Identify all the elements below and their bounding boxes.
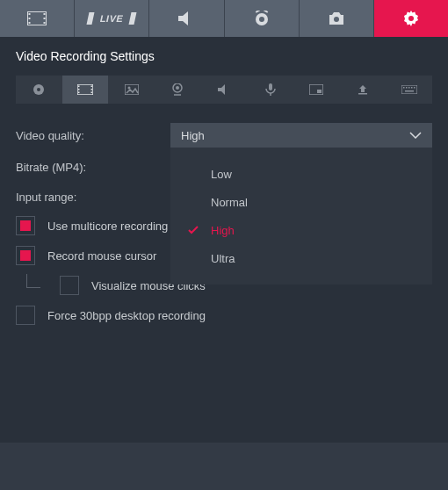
force-30bpp-row: Force 30bpp desktop recording	[16, 306, 432, 325]
svg-point-28	[176, 86, 179, 90]
gear-icon	[403, 11, 419, 26]
alarm-icon	[254, 11, 270, 26]
svg-rect-35	[401, 85, 417, 94]
subtab-overlay[interactable]	[293, 76, 340, 104]
svg-point-16	[37, 88, 40, 91]
subtab-mic[interactable]	[247, 76, 293, 104]
svg-rect-21	[78, 92, 80, 94]
subtab-hotkeys[interactable]	[386, 76, 432, 104]
option-label: Normal	[211, 196, 248, 209]
panel-title: Video Recording Settings	[16, 49, 432, 63]
multicore-checkbox[interactable]	[16, 216, 35, 235]
svg-rect-38	[408, 87, 410, 89]
input-range-label: Input range:	[16, 191, 170, 204]
video-quality-label: Video quality:	[16, 129, 170, 142]
subtab-image[interactable]	[108, 76, 155, 104]
video-quality-select[interactable]: High	[170, 123, 432, 148]
svg-rect-1	[32, 13, 42, 24]
tab-settings[interactable]	[374, 0, 448, 37]
option-label: Low	[211, 168, 232, 181]
svg-marker-29	[218, 84, 225, 95]
svg-rect-37	[406, 87, 408, 89]
main-tabs: LIVE	[0, 0, 448, 37]
svg-rect-2	[29, 13, 31, 15]
svg-rect-40	[414, 87, 415, 89]
svg-rect-6	[44, 18, 46, 19]
gear-small-icon	[33, 83, 45, 96]
visualize-clicks-checkbox[interactable]	[60, 276, 79, 295]
footer-bar	[0, 443, 448, 490]
svg-rect-30	[269, 83, 272, 90]
bitrate-label: Bitrate (MP4):	[16, 161, 170, 174]
subtab-webcam[interactable]	[155, 76, 201, 104]
multicore-label: Use multicore recording	[47, 220, 168, 233]
webcam-icon	[171, 83, 184, 96]
tab-timer[interactable]	[225, 0, 299, 37]
option-label: Ultra	[211, 252, 235, 265]
svg-rect-11	[263, 11, 267, 13]
svg-rect-34	[358, 93, 367, 95]
film-icon	[27, 11, 47, 25]
tab-video[interactable]	[0, 0, 74, 37]
subtab-sound[interactable]	[201, 76, 248, 104]
svg-rect-24	[91, 92, 93, 94]
option-label: High	[211, 224, 235, 237]
svg-rect-41	[405, 90, 414, 92]
svg-rect-5	[44, 13, 46, 15]
speaker-icon	[178, 11, 194, 25]
mic-icon	[265, 83, 276, 96]
svg-rect-3	[29, 18, 31, 19]
upload-icon	[358, 84, 368, 95]
svg-point-13	[334, 17, 339, 22]
quality-option-normal[interactable]: Normal	[170, 188, 432, 216]
tab-audio[interactable]	[149, 0, 223, 37]
force-30bpp-label: Force 30bpp desktop recording	[47, 309, 206, 322]
speaker-small-icon	[218, 84, 230, 95]
svg-point-12	[259, 17, 264, 22]
svg-rect-18	[81, 86, 90, 94]
live-badge: LIVE	[87, 12, 137, 25]
svg-rect-19	[78, 86, 80, 88]
tab-live[interactable]: LIVE	[75, 0, 148, 37]
subtab-general[interactable]	[16, 76, 62, 104]
chevron-down-icon	[409, 132, 422, 139]
svg-rect-36	[403, 87, 405, 89]
svg-rect-10	[255, 11, 259, 13]
settings-sub-tabs	[16, 76, 432, 104]
svg-rect-17	[77, 84, 93, 95]
svg-rect-33	[317, 90, 322, 93]
svg-rect-20	[78, 89, 80, 90]
subtab-upload[interactable]	[340, 76, 387, 104]
tab-screenshot[interactable]	[300, 0, 373, 37]
quality-option-ultra[interactable]: Ultra	[170, 244, 432, 272]
quality-option-high[interactable]: High	[170, 216, 432, 244]
keyboard-icon	[401, 85, 417, 94]
svg-rect-39	[411, 87, 413, 89]
force-30bpp-checkbox[interactable]	[16, 306, 35, 325]
svg-marker-8	[178, 11, 188, 25]
mouse-cursor-checkbox[interactable]	[16, 246, 35, 265]
subtab-video[interactable]	[62, 76, 109, 104]
svg-rect-23	[91, 89, 93, 90]
film-small-icon	[77, 84, 93, 95]
check-icon	[188, 226, 200, 234]
mouse-cursor-label: Record mouse cursor	[47, 249, 156, 263]
image-icon	[125, 84, 139, 95]
svg-point-14	[408, 16, 414, 21]
video-quality-value: High	[181, 129, 205, 142]
camera-icon	[328, 11, 345, 25]
pip-icon	[309, 84, 323, 95]
video-settings-form: Video quality: High Low Normal	[16, 123, 432, 325]
video-quality-dropdown: Low Normal High Ultra	[170, 148, 432, 285]
svg-rect-22	[91, 86, 93, 88]
settings-panel: Video Recording Settings	[0, 37, 448, 351]
svg-rect-7	[44, 22, 46, 24]
tree-elbow-icon	[26, 274, 40, 288]
quality-option-low[interactable]: Low	[170, 160, 432, 188]
svg-rect-4	[29, 22, 31, 24]
